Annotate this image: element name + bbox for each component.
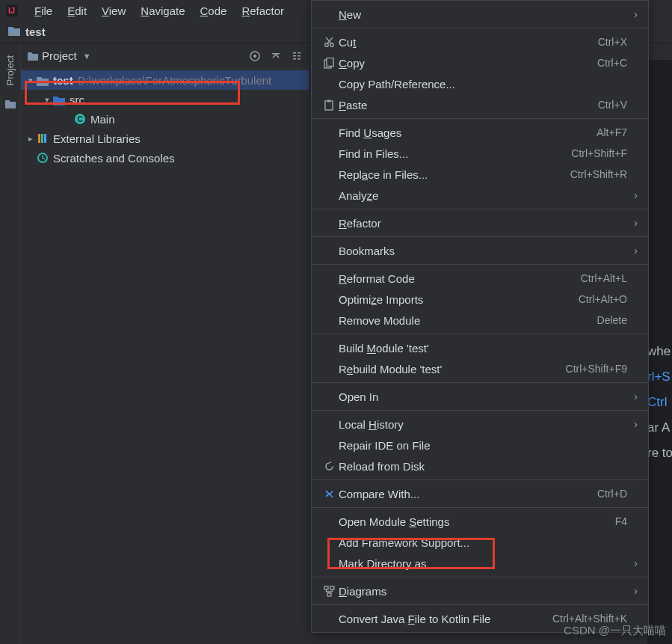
menu-item-label: Copy: [339, 57, 597, 70]
editor-area: whe rl+S Ctrl ar A re to: [647, 60, 672, 644]
context-menu-item[interactable]: PasteCtrl+V: [312, 94, 648, 115]
svg-rect-12: [38, 79, 40, 82]
chevron-down-icon[interactable]: ▼: [83, 52, 91, 61]
project-header-title[interactable]: Project: [42, 49, 77, 62]
context-menu-item[interactable]: Replace in Files...Ctrl+Shift+R: [312, 164, 648, 185]
context-menu-item[interactable]: Build Module 'test': [312, 337, 648, 358]
svg-rect-7: [298, 52, 300, 54]
context-menu-item[interactable]: CutCtrl+X: [312, 31, 648, 52]
diagram-icon: [319, 586, 339, 597]
context-menu-item[interactable]: Mark Directory as›: [312, 553, 648, 574]
context-menu-item[interactable]: Open Module SettingsF4: [312, 511, 648, 532]
menu-separator: [312, 236, 648, 237]
submenu-arrow-icon: ›: [627, 557, 638, 569]
context-menu-item[interactable]: Compare With...Ctrl+D: [312, 483, 648, 504]
editor-fragment: ar A: [647, 420, 672, 446]
menu-view[interactable]: View: [94, 3, 133, 19]
context-menu-item[interactable]: Optimize ImportsCtrl+Alt+O: [312, 289, 648, 310]
submenu-arrow-icon: ›: [627, 245, 638, 257]
submenu-arrow-icon: ›: [627, 585, 638, 597]
menu-item-shortcut: Ctrl+X: [598, 36, 627, 48]
menu-separator: [312, 382, 648, 383]
menu-item-label: Local History: [339, 418, 627, 431]
submenu-arrow-icon: ›: [627, 418, 638, 430]
svg-rect-27: [327, 593, 331, 596]
project-tree: ▾ test D:\workplace\ForAtmosphericTurbul…: [21, 69, 309, 168]
context-menu-item[interactable]: Bookmarks›: [312, 240, 648, 261]
context-menu-item[interactable]: New›: [312, 4, 648, 25]
menu-file[interactable]: File: [27, 3, 60, 19]
menu-item-shortcut: Ctrl+Alt+Shift+K: [552, 613, 627, 625]
menu-separator: [312, 479, 648, 480]
svg-rect-16: [41, 134, 43, 143]
menu-item-label: Cut: [339, 36, 598, 49]
editor-fragment: Ctrl: [647, 395, 672, 420]
expand-all-icon[interactable]: [270, 50, 282, 62]
tree-row-src[interactable]: ▾ src: [21, 90, 309, 109]
settings-icon[interactable]: [291, 50, 303, 62]
select-opened-file-icon[interactable]: [249, 50, 261, 62]
context-menu-item[interactable]: Remove ModuleDelete: [312, 310, 648, 331]
context-menu-item[interactable]: Rebuild Module 'test'Ctrl+Shift+F9: [312, 358, 648, 379]
menu-item-label: Compare With...: [339, 488, 597, 500]
project-header: Project ▼: [21, 43, 309, 69]
context-menu-item[interactable]: Add Framework Support...: [312, 532, 648, 553]
context-menu-item[interactable]: Local History›: [312, 414, 648, 435]
app-icon: IJ: [4, 3, 19, 18]
context-menu-item[interactable]: Find in Files...Ctrl+Shift+F: [312, 143, 648, 164]
menu-item-label: Build Module 'test': [339, 342, 627, 355]
breadcrumb-label[interactable]: test: [25, 25, 46, 38]
chevron-down-icon[interactable]: ▾: [25, 76, 36, 85]
tree-row-external-libraries[interactable]: ▸ External Libraries: [21, 129, 309, 148]
context-menu-item[interactable]: CopyCtrl+C: [312, 52, 648, 73]
menu-item-label: Repair IDE on File: [339, 439, 627, 452]
module-folder-icon: [36, 73, 49, 87]
chevron-right-icon[interactable]: ▸: [25, 134, 36, 144]
submenu-arrow-icon: ›: [627, 390, 638, 402]
folder-icon: [7, 25, 21, 39]
editor-fragment: whe: [647, 344, 672, 369]
tree-row-root[interactable]: ▾ test D:\workplace\ForAtmosphericTurbul…: [21, 70, 309, 90]
menu-navigate[interactable]: Navigate: [133, 3, 192, 19]
menu-item-shortcut: Delete: [597, 314, 627, 326]
menu-item-shortcut: Ctrl+Alt+L: [581, 272, 627, 284]
tree-row-main[interactable]: C Main: [21, 109, 309, 129]
svg-rect-6: [293, 52, 296, 54]
svg-rect-8: [293, 55, 296, 57]
context-menu-item[interactable]: Repair IDE on File: [312, 435, 648, 456]
menu-item-shortcut: Alt+F7: [597, 126, 627, 138]
context-menu-item[interactable]: Refactor›: [312, 212, 648, 233]
context-menu-item[interactable]: Open In›: [312, 386, 648, 407]
svg-point-4: [253, 55, 256, 58]
menu-item-label: Remove Module: [339, 314, 597, 327]
context-menu-item[interactable]: Analyze›: [312, 185, 648, 206]
context-menu-item[interactable]: Find UsagesAlt+F7: [312, 122, 648, 143]
menu-item-label: Open Module Settings: [339, 515, 615, 528]
menu-item-shortcut: Ctrl+Shift+R: [570, 168, 627, 180]
project-gutter-icon[interactable]: [4, 99, 16, 112]
menu-item-label: New: [339, 8, 627, 21]
svg-rect-23: [325, 101, 333, 110]
context-menu-item[interactable]: Reformat CodeCtrl+Alt+L: [312, 268, 648, 289]
menu-code[interactable]: Code: [193, 3, 235, 19]
menu-separator: [312, 334, 648, 334]
tree-row-scratches[interactable]: Scratches and Consoles: [21, 148, 309, 168]
context-menu-item[interactable]: Diagrams›: [312, 580, 648, 601]
context-menu-item[interactable]: Reload from Disk: [312, 456, 648, 476]
menu-edit[interactable]: Edit: [60, 3, 94, 19]
menu-item-label: Diagrams: [339, 585, 627, 598]
svg-point-20: [330, 43, 333, 46]
menu-item-label: Refactor: [339, 217, 627, 230]
menu-item-label: Optimize Imports: [339, 293, 579, 306]
menu-item-label: Analyze: [339, 189, 627, 202]
menu-separator: [312, 118, 648, 119]
chevron-down-icon[interactable]: ▾: [42, 95, 52, 105]
tree-scratch-name: Scratches and Consoles: [53, 152, 175, 165]
gutter-project-label[interactable]: Project: [4, 55, 16, 85]
menu-separator: [312, 410, 648, 411]
menu-refactor[interactable]: Refactor: [234, 3, 292, 19]
menu-item-label: Add Framework Support...: [339, 536, 627, 549]
context-menu-item[interactable]: Copy Path/Reference...: [312, 73, 648, 94]
menu-separator: [312, 209, 648, 209]
menu-item-label: Find in Files...: [339, 147, 571, 160]
